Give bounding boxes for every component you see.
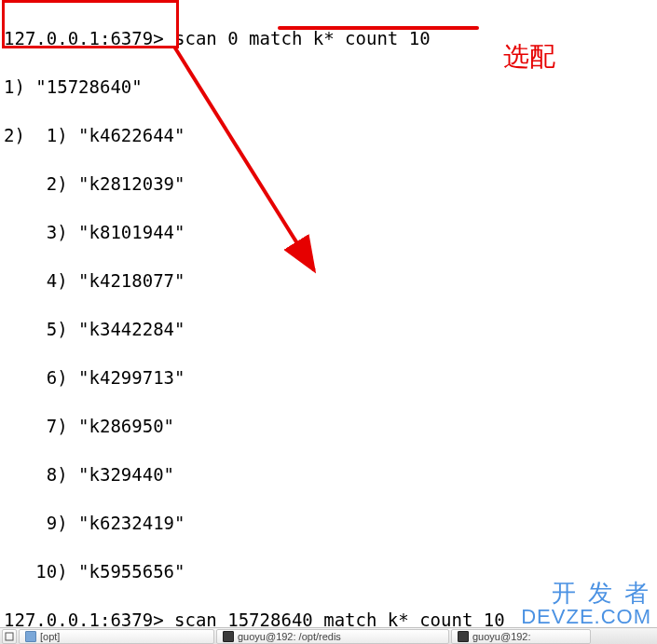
result-item: 2) 1) "k4622644" [4, 123, 653, 147]
result-cursor-1: 1) "15728640" [4, 75, 653, 99]
result-item: 2) "k2812039" [4, 171, 653, 196]
cmd-line-1: 127.0.0.1:6379> scan 0 match k* count 10 [4, 26, 653, 50]
taskbar-item-terminal-1[interactable]: guoyu@192: /opt/redis [216, 629, 449, 644]
result-item: 6) "k4299713" [4, 365, 653, 390]
taskbar-show-desktop-button[interactable] [2, 629, 17, 644]
taskbar-item-label: guoyu@192: [472, 627, 531, 644]
taskbar-item-opt[interactable]: [opt] [19, 629, 214, 644]
taskbar-item-label: [opt] [40, 627, 60, 644]
result-item: 7) "k286950" [4, 414, 653, 438]
result-item: 8) "k329440" [4, 462, 653, 486]
result-item: 9) "k6232419" [4, 511, 653, 535]
taskbar-item-label: guoyu@192: /opt/redis [238, 627, 341, 644]
taskbar: [opt] guoyu@192: /opt/redis guoyu@192: [0, 627, 657, 644]
terminal-icon [458, 631, 469, 642]
result-item: 4) "k4218077" [4, 268, 653, 293]
terminal-output: 127.0.0.1:6379> scan 0 match k* count 10… [0, 0, 657, 644]
result-item: 3) "k8101944" [4, 220, 653, 244]
svg-rect-2 [6, 633, 13, 640]
taskbar-item-terminal-2[interactable]: guoyu@192: [451, 629, 591, 644]
result-item: 10) "k5955656" [4, 559, 653, 583]
result-item: 5) "k3442284" [4, 317, 653, 341]
terminal-icon [223, 631, 234, 642]
folder-icon [25, 631, 36, 642]
